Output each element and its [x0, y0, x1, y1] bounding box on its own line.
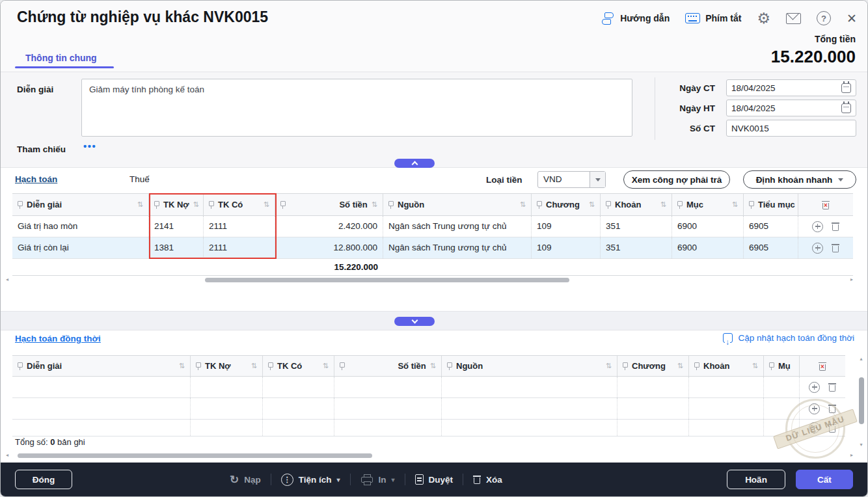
cell-so-tien[interactable]: 12.800.000 [275, 237, 383, 258]
calendar-icon[interactable] [841, 103, 851, 113]
scrollbar-thumb[interactable] [205, 278, 569, 282]
scrollbar-track[interactable] [10, 277, 849, 283]
pin-icon[interactable] [749, 201, 754, 209]
tab-accounting[interactable]: Hạch toán [15, 174, 57, 184]
select-dropdown-button[interactable] [590, 172, 605, 187]
column-header-tk-co[interactable]: TK Có⇅ [263, 356, 334, 376]
delete-row-icon[interactable] [828, 404, 836, 413]
cell-nguon[interactable]: Ngân sách Trung ương tự chủ [383, 237, 532, 258]
close-button[interactable]: Đóng [15, 470, 72, 489]
quick-posting-button[interactable]: Định khoản nhanh [743, 170, 856, 189]
sort-icon[interactable]: ⇅ [137, 200, 143, 209]
sort-icon[interactable]: ⇅ [660, 200, 666, 209]
horizontal-scrollbar[interactable]: ◂ ▸ [6, 452, 853, 459]
column-header-so-tien[interactable]: Số tiền⇅ [334, 356, 442, 376]
pin-icon[interactable] [280, 201, 286, 209]
pin-icon[interactable] [388, 201, 394, 209]
column-header-nguon[interactable]: Nguồn⇅ [442, 356, 617, 376]
currency-select[interactable]: VND [537, 171, 606, 188]
sort-icon[interactable]: ⇅ [589, 200, 595, 209]
scroll-left-arrow[interactable]: ◂ [6, 453, 8, 458]
add-row-icon[interactable] [809, 382, 820, 393]
pin-icon[interactable] [268, 362, 273, 370]
calendar-icon[interactable] [841, 83, 851, 93]
scroll-right-arrow[interactable]: ▸ [850, 453, 853, 458]
sort-icon[interactable]: ⇅ [430, 362, 436, 370]
scroll-up-arrow[interactable]: ▴ [860, 356, 862, 362]
cell-muc[interactable]: 6900 [672, 237, 744, 258]
doc-no-input[interactable] [731, 124, 851, 133]
sort-icon[interactable]: ⇅ [606, 362, 612, 370]
column-header-muc[interactable]: Mục⇅ [672, 194, 744, 215]
collapse-down-button[interactable] [394, 317, 435, 326]
empty-table-row[interactable] [12, 420, 845, 437]
empty-table-row[interactable] [12, 377, 845, 398]
cell-tk-co[interactable]: 2111 [204, 237, 275, 258]
sort-icon[interactable]: ⇅ [193, 200, 199, 209]
column-header-tk-co[interactable]: TK Có⇅ [204, 194, 275, 215]
reload-button[interactable]: ↻ Nạp [230, 474, 261, 485]
column-header-chuong[interactable]: Chương⇅ [617, 356, 689, 376]
guide-button[interactable]: Hướng dẫn [601, 12, 670, 25]
delete-row-icon[interactable] [832, 222, 839, 231]
cell-tk-co[interactable]: 2111 [204, 216, 275, 237]
sort-icon[interactable]: ⇅ [179, 362, 185, 370]
table-row[interactable]: Giá trị hao mòn 2141 2111 2.420.000 Ngân… [12, 216, 853, 237]
posting-date-input[interactable] [731, 103, 839, 113]
pin-icon[interactable] [209, 201, 214, 209]
add-row-icon[interactable] [812, 221, 823, 232]
cell-chuong[interactable]: 109 [532, 216, 601, 237]
horizontal-scrollbar[interactable]: ◂ ▸ [6, 276, 853, 283]
pin-icon[interactable] [769, 362, 774, 370]
cell-so-tien[interactable]: 2.420.000 [275, 216, 383, 237]
posting-date-field[interactable] [726, 100, 856, 116]
print-button[interactable]: In ▾ [360, 475, 395, 485]
cell-khoan[interactable]: 351 [601, 216, 672, 237]
pin-icon[interactable] [537, 201, 542, 209]
scrollbar-track[interactable] [859, 363, 864, 441]
column-header-muc[interactable]: Mụ [764, 356, 800, 376]
sort-icon[interactable]: ⇅ [732, 200, 738, 209]
cell-tieu-muc[interactable]: 6905 [744, 237, 798, 258]
pin-icon[interactable] [694, 362, 699, 370]
delete-all-icon[interactable]: × [819, 362, 826, 371]
delete-row-icon[interactable] [828, 383, 836, 392]
save-button[interactable]: Cất [796, 470, 853, 489]
pin-icon[interactable] [154, 201, 159, 209]
scrollbar-thumb[interactable] [859, 377, 864, 424]
column-header-nguon[interactable]: Nguồn⇅ [383, 194, 532, 215]
cell-muc[interactable]: 6900 [672, 216, 744, 237]
pin-icon[interactable] [447, 362, 452, 370]
scrollbar-track[interactable] [10, 453, 849, 459]
column-header-tieu-muc[interactable]: Tiểu mục [744, 194, 798, 215]
add-row-icon[interactable] [809, 422, 820, 433]
tab-general-info[interactable]: Thông tin chung [25, 53, 97, 63]
doc-date-field[interactable] [726, 79, 856, 96]
doc-date-input[interactable] [731, 83, 839, 93]
column-header-so-tien[interactable]: Số tiền⇅ [275, 194, 383, 215]
postpone-button[interactable]: Hoãn [727, 470, 785, 489]
delete-button[interactable]: Xóa [473, 475, 502, 485]
sort-icon[interactable]: ⇅ [264, 200, 269, 209]
utilities-button[interactable]: ⋮ Tiện ích ▾ [281, 474, 340, 486]
column-header-tk-no[interactable]: TK Nợ⇅ [191, 356, 263, 376]
column-header-khoan[interactable]: Khoản⇅ [601, 194, 672, 215]
add-row-icon[interactable] [812, 243, 823, 254]
cell-chuong[interactable]: 109 [532, 237, 601, 258]
collapse-up-button[interactable] [394, 159, 435, 168]
sort-icon[interactable]: ⇅ [323, 362, 329, 370]
tab-tax[interactable]: Thuế [129, 174, 150, 184]
delete-row-icon[interactable] [828, 423, 836, 433]
pin-icon[interactable] [606, 201, 611, 209]
doc-no-field[interactable] [726, 120, 856, 137]
send-email-button[interactable] [786, 13, 801, 24]
scroll-left-arrow[interactable]: ◂ [6, 277, 8, 282]
cell-dien-giai[interactable]: Giá trị còn lại [12, 237, 149, 258]
close-icon[interactable]: ✕ [847, 11, 857, 26]
cell-tk-no[interactable]: 1381 [149, 237, 204, 258]
simultaneous-posting-link[interactable]: Hạch toán đồng thời [15, 334, 101, 343]
pin-icon[interactable] [18, 362, 23, 370]
add-row-icon[interactable] [809, 403, 820, 414]
column-header-chuong[interactable]: Chương⇅ [532, 194, 601, 215]
sort-icon[interactable]: ⇅ [372, 200, 377, 209]
